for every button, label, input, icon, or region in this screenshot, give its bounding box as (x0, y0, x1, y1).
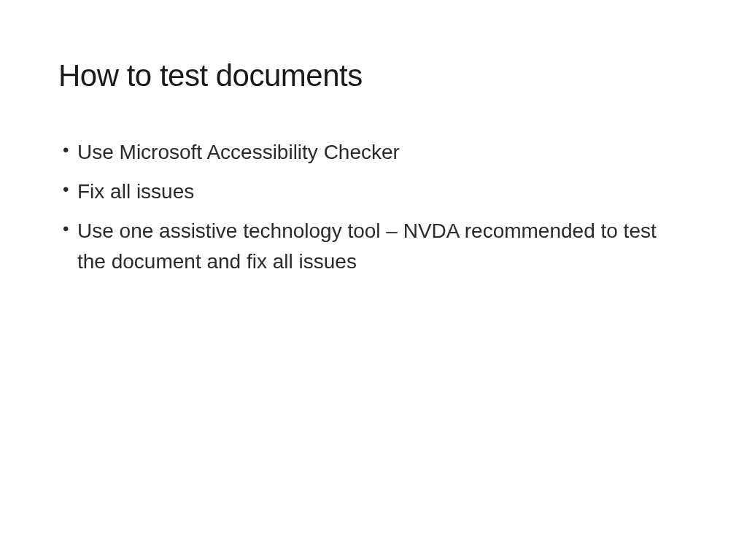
list-item: Fix all issues (63, 176, 689, 207)
slide-container: How to test documents Use Microsoft Acce… (0, 0, 747, 560)
list-item: Use Microsoft Accessibility Checker (63, 137, 689, 168)
bullet-list: Use Microsoft Accessibility Checker Fix … (58, 137, 689, 277)
slide-title: How to test documents (58, 58, 689, 93)
list-item: Use one assistive technology tool – NVDA… (63, 216, 689, 277)
